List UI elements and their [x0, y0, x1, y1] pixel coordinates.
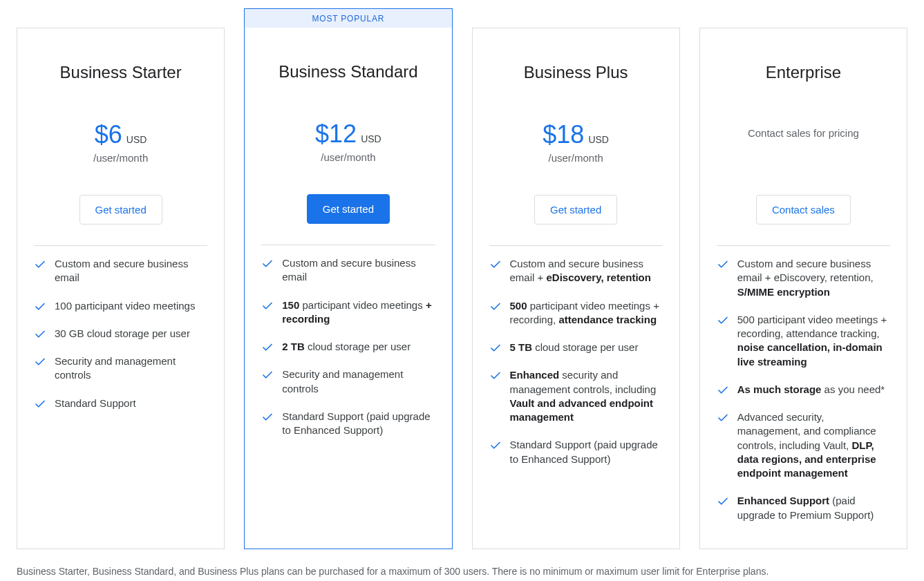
check-icon — [34, 258, 46, 271]
plan-cta-button[interactable]: Get started — [534, 195, 617, 225]
plan-cta-row: Get started — [34, 195, 207, 225]
plan-feature: Enhanced Support (paid upgrade to Premiu… — [717, 487, 890, 529]
plan-cta-row: Contact sales — [717, 195, 890, 225]
plan-feature-text: Custom and secure business email — [282, 256, 435, 285]
plan-feature: 150 participant video meetings + recordi… — [261, 292, 435, 334]
plan-feature: Security and management controls — [34, 347, 207, 390]
plan-price-box: $12USD/user/month — [261, 120, 435, 168]
check-icon — [34, 398, 46, 410]
plan-feature: As much storage as you need* — [717, 376, 890, 403]
plan-feature-text: Advanced security, management, and compl… — [737, 410, 890, 480]
plan-currency: USD — [126, 134, 147, 145]
check-icon — [34, 301, 46, 313]
plan-contact-pricing: Contact sales for pricing — [717, 127, 890, 139]
plan-cta-button[interactable]: Contact sales — [756, 195, 851, 225]
check-icon — [261, 411, 274, 423]
plan-feature-text: Custom and secure business email + eDisc… — [510, 257, 663, 285]
check-icon — [489, 370, 502, 382]
plan-features: Custom and secure business email100 part… — [34, 245, 207, 529]
plan-feature-text: Standard Support (paid upgrade to Enhanc… — [282, 410, 435, 438]
plan-currency: USD — [588, 134, 609, 145]
plan-name: Business Starter — [34, 63, 207, 82]
pricing-card: Business Starter$6USD/user/monthGet star… — [17, 28, 225, 549]
check-icon — [489, 439, 502, 452]
plan-feature-text: 150 participant video meetings + recordi… — [282, 298, 435, 327]
pricing-card: Business Plus$18USD/user/monthGet starte… — [472, 28, 680, 549]
plan-feature: 2 TB cloud storage per user — [261, 333, 435, 361]
plan-feature: Standard Support (paid upgrade to Enhanc… — [261, 403, 435, 445]
check-icon — [261, 258, 274, 270]
plan-cta-button[interactable]: Get started — [79, 195, 162, 225]
plan-feature: 500 participant video meetings + recordi… — [489, 292, 663, 334]
plan-per: /user/month — [261, 151, 435, 163]
plan-price-box: $18USD/user/month — [489, 120, 663, 169]
plan-feature-text: 30 GB cloud storage per user — [55, 327, 190, 341]
plan-feature: Custom and secure business email — [34, 250, 207, 292]
plan-feature-text: Standard Support — [55, 397, 136, 410]
plan-currency: USD — [361, 133, 381, 144]
plan-feature: Custom and secure business email — [261, 249, 435, 292]
plan-name: Enterprise — [717, 63, 890, 82]
plan-feature-text: 2 TB cloud storage per user — [282, 340, 411, 354]
plan-price: $6 — [95, 120, 122, 149]
plan-feature-text: Security and management controls — [282, 368, 435, 396]
check-icon — [717, 384, 729, 397]
plan-feature-text: As much storage as you need* — [737, 383, 885, 397]
plan-feature: 5 TB cloud storage per user — [489, 334, 663, 361]
plan-cta-row: Get started — [261, 194, 435, 224]
plan-feature: 100 participant video meetings — [34, 292, 207, 320]
plan-feature: 30 GB cloud storage per user — [34, 320, 207, 347]
plan-feature: Standard Support — [34, 390, 207, 417]
plan-feature-text: Custom and secure business email — [55, 257, 207, 285]
check-icon — [717, 495, 729, 508]
plan-name: Business Plus — [489, 63, 663, 82]
check-icon — [261, 300, 274, 312]
check-icon — [261, 369, 274, 381]
plan-price: $12 — [315, 120, 357, 149]
plan-feature-text: Custom and secure business email + eDisc… — [737, 257, 890, 299]
plan-price-box: $6USD/user/month — [34, 120, 207, 169]
check-icon — [34, 328, 46, 341]
plan-price-box: Contact sales for pricing — [717, 120, 890, 169]
plan-feature-text: 500 participant video meetings + recordi… — [737, 313, 890, 369]
plan-per: /user/month — [34, 152, 207, 164]
check-icon — [717, 258, 729, 271]
plan-feature-text: 500 participant video meetings + recordi… — [510, 299, 663, 327]
plan-feature: Standard Support (paid upgrade to Enhanc… — [489, 431, 663, 473]
plan-features: Custom and secure business email150 part… — [261, 245, 435, 529]
plan-feature: Custom and secure business email + eDisc… — [717, 250, 890, 306]
most-popular-badge: MOST POPULAR — [244, 8, 452, 28]
pricing-footnote: Business Starter, Business Standard, and… — [17, 566, 907, 577]
check-icon — [489, 258, 502, 271]
plan-feature: 500 participant video meetings + recordi… — [717, 306, 890, 376]
plan-per: /user/month — [489, 152, 663, 164]
check-icon — [717, 412, 729, 424]
pricing-cards: Business Starter$6USD/user/monthGet star… — [17, 8, 907, 549]
plan-price: $18 — [543, 120, 584, 149]
plan-name: Business Standard — [261, 62, 435, 82]
plan-feature-text: Security and management controls — [55, 354, 207, 383]
plan-feature-text: 5 TB cloud storage per user — [510, 341, 639, 354]
plan-cta-row: Get started — [489, 195, 663, 225]
plan-features: Custom and secure business email + eDisc… — [489, 245, 663, 529]
plan-cta-button[interactable]: Get started — [307, 194, 390, 224]
plan-feature: Custom and secure business email + eDisc… — [489, 250, 663, 292]
check-icon — [261, 341, 274, 354]
pricing-card: MOST POPULARBusiness Standard$12USD/user… — [244, 28, 452, 549]
check-icon — [34, 356, 46, 368]
plan-feature-text: Enhanced security and management control… — [510, 368, 663, 424]
plan-feature: Security and management controls — [261, 361, 435, 403]
plan-feature-text: Enhanced Support (paid upgrade to Premiu… — [737, 494, 890, 522]
plan-feature: Enhanced security and management control… — [489, 361, 663, 431]
plan-feature-text: 100 participant video meetings — [55, 299, 195, 313]
plan-feature: Advanced security, management, and compl… — [717, 403, 890, 487]
check-icon — [489, 301, 502, 313]
plan-feature-text: Standard Support (paid upgrade to Enhanc… — [510, 438, 663, 466]
pricing-card: EnterpriseContact sales for pricingConta… — [699, 28, 907, 549]
plan-features: Custom and secure business email + eDisc… — [717, 245, 890, 529]
check-icon — [717, 314, 729, 327]
check-icon — [489, 342, 502, 354]
